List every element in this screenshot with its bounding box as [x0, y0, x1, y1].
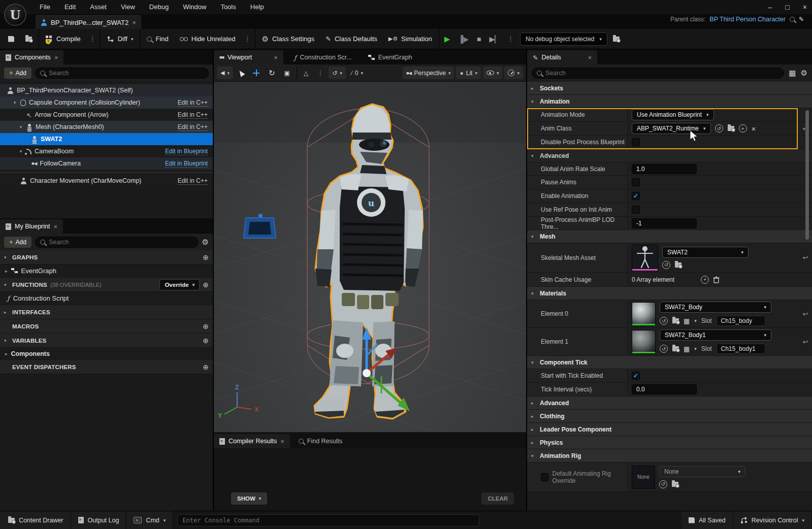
- use-selected-icon[interactable]: ↺: [660, 317, 668, 325]
- pause-anims-checkbox[interactable]: [632, 178, 640, 186]
- debug-object-dropdown[interactable]: No debug object selected ▾: [520, 32, 607, 46]
- add-dispatcher-icon[interactable]: ⊕: [203, 363, 209, 371]
- components-search[interactable]: [35, 68, 209, 79]
- viewport-tab-close-icon[interactable]: ×: [274, 54, 278, 61]
- element1-dropdown[interactable]: SWAT2_Body1▾: [660, 329, 771, 341]
- animation-rig-header[interactable]: ▾Animation Rig: [527, 449, 812, 462]
- element0-dropdown[interactable]: SWAT2_Body▾: [660, 302, 771, 313]
- edit-in-blueprint-link[interactable]: Edit in Blueprint: [165, 160, 208, 168]
- leader-pose-header[interactable]: ▸Leader Pose Component: [527, 423, 812, 436]
- browse-to-asset-icon[interactable]: [672, 346, 679, 351]
- texture-icon[interactable]: ▦: [684, 317, 690, 325]
- play-options-icon[interactable]: ⋮: [504, 35, 517, 43]
- details-search[interactable]: [532, 68, 784, 79]
- tree-row-self[interactable]: BP_ThirdPersonCharacter_SWAT2 (Self): [0, 84, 213, 96]
- blue-prop[interactable]: [244, 214, 276, 238]
- scale-tool-button[interactable]: ▣: [281, 67, 294, 79]
- components-tab-close-icon[interactable]: ×: [54, 54, 58, 61]
- component-tick-header[interactable]: ▾Component Tick: [527, 356, 812, 369]
- hide-unrelated-button[interactable]: Hide Unrelated: [174, 29, 241, 49]
- reset-to-default-icon[interactable]: ↩: [799, 254, 812, 261]
- menu-edit[interactable]: Edit: [57, 0, 83, 14]
- snap-options-icon[interactable]: ⋮: [314, 69, 327, 77]
- element1-slot-input[interactable]: Ch15_body1: [717, 344, 765, 354]
- menu-view[interactable]: View: [114, 0, 142, 14]
- parent-class-link[interactable]: BP Third Person Character: [709, 16, 786, 23]
- add-element-icon[interactable]: +: [701, 276, 709, 284]
- mesh-header[interactable]: ▾Mesh: [527, 230, 812, 243]
- advanced-subheader[interactable]: ▾Advanced: [527, 149, 812, 162]
- play-button[interactable]: ▶: [440, 29, 454, 49]
- tree-row-arrow[interactable]: ↖ Arrow Component (Arrow) Edit in C++: [0, 109, 213, 121]
- enable-animation-checkbox[interactable]: ✓: [632, 192, 640, 200]
- menu-debug[interactable]: Debug: [142, 0, 176, 14]
- element0-slot-input[interactable]: Ch15_body: [717, 316, 765, 326]
- expander-icon[interactable]: ▸: [5, 351, 8, 356]
- edit-in-cpp-link[interactable]: Edit in C++: [178, 177, 208, 185]
- rotate-tool-button[interactable]: ↻: [265, 67, 279, 79]
- expander-icon[interactable]: ▸: [5, 269, 8, 274]
- browse-to-asset-icon[interactable]: [672, 318, 679, 323]
- eject-button[interactable]: ▶▏: [485, 29, 505, 49]
- details-search-input[interactable]: [545, 70, 779, 77]
- my-blueprint-add-button[interactable]: + Add: [4, 237, 31, 248]
- compiler-results-close-icon[interactable]: ×: [280, 438, 284, 445]
- close-button[interactable]: ×: [803, 3, 807, 11]
- details-tab-close-icon[interactable]: ×: [588, 54, 592, 61]
- use-ref-pose-checkbox[interactable]: [632, 206, 640, 214]
- menu-tools[interactable]: Tools: [213, 0, 243, 14]
- camera-speed-dropdown[interactable]: ▾: [504, 67, 523, 79]
- menu-window[interactable]: Window: [176, 0, 213, 14]
- animation-mode-dropdown[interactable]: Use Animation Blueprint▾: [632, 109, 714, 120]
- expander-icon[interactable]: ▾: [12, 100, 17, 105]
- anim-class-dropdown[interactable]: ABP_SWAT2_Runtime▾: [632, 123, 711, 134]
- find-button[interactable]: Find: [141, 29, 174, 49]
- skeletal-mesh-thumbnail[interactable]: [632, 245, 658, 271]
- advanced2-header[interactable]: ▸Advanced: [527, 396, 812, 410]
- event-dispatchers-header[interactable]: EVENT DISPATCHERS ⊕: [0, 360, 213, 374]
- find-results-tab[interactable]: Find Results: [293, 434, 348, 448]
- perspective-dropdown[interactable]: ■◀ Perspective▾: [403, 67, 454, 79]
- transform-mode-dropdown[interactable]: ◀▾: [217, 67, 233, 79]
- class-defaults-button[interactable]: ✎ Class Defaults: [320, 29, 383, 49]
- material-thumbnail[interactable]: [632, 330, 656, 354]
- components-search-input[interactable]: [49, 70, 204, 77]
- clear-button[interactable]: CLEAR: [481, 492, 514, 505]
- physics-header[interactable]: ▸Physics: [527, 436, 812, 449]
- my-blueprint-search-input[interactable]: [49, 239, 193, 246]
- skeletal-mesh-dropdown[interactable]: SWAT2▾: [662, 247, 749, 258]
- asset-tab-close-icon[interactable]: ×: [132, 19, 136, 26]
- simulation-button[interactable]: ▶⚙ Simulation: [383, 29, 438, 49]
- lod-threshold-input[interactable]: -1: [632, 218, 697, 228]
- menu-help[interactable]: Help: [243, 0, 271, 14]
- edit-in-cpp-link[interactable]: Edit in C++: [178, 99, 208, 107]
- frame-skip-button[interactable]: ▐▶: [454, 29, 473, 49]
- search-icon[interactable]: [790, 17, 795, 22]
- details-tab[interactable]: ✎ Details ×: [527, 50, 597, 64]
- use-selected-icon[interactable]: ↺: [715, 124, 723, 133]
- menu-file[interactable]: File: [33, 0, 57, 14]
- add-macro-icon[interactable]: ⊕: [203, 322, 209, 330]
- construction-script-tab[interactable]: ƒ Construction Scr...: [288, 50, 358, 64]
- my-blueprint-tab[interactable]: My Blueprint ×: [0, 219, 63, 234]
- expander-icon[interactable]: ▾: [18, 149, 23, 154]
- viewport-canvas[interactable]: u: [214, 82, 526, 432]
- stop-button[interactable]: ■: [473, 29, 485, 49]
- expander-icon[interactable]: ▾: [18, 124, 23, 129]
- output-log-button[interactable]: Output Log: [71, 511, 127, 529]
- interfaces-header[interactable]: ▸ INTERFACES: [0, 305, 213, 319]
- surface-snap-button[interactable]: △: [300, 67, 312, 79]
- functions-header[interactable]: ▾ FUNCTIONS (38 OVERRIDABLE) Override▾ ⊕: [0, 278, 213, 292]
- class-settings-button[interactable]: ⚙ Class Settings: [256, 29, 320, 49]
- add-function-icon[interactable]: ⊕: [203, 281, 209, 289]
- construction-script-item[interactable]: ƒ Construction Script: [0, 292, 213, 305]
- macros-header[interactable]: MACROS ⊕: [0, 319, 213, 334]
- my-blueprint-tab-close-icon[interactable]: ×: [53, 223, 57, 230]
- start-tick-checkbox[interactable]: ✓: [632, 372, 640, 380]
- disable-post-process-checkbox[interactable]: [632, 138, 640, 146]
- console-command-input[interactable]: [177, 514, 479, 526]
- reset-to-default-icon[interactable]: ↩: [799, 310, 812, 318]
- collapse-icon[interactable]: ▾: [4, 338, 9, 343]
- save-button[interactable]: [0, 29, 20, 49]
- graphs-header[interactable]: ▾ GRAPHS ⊕: [0, 250, 213, 264]
